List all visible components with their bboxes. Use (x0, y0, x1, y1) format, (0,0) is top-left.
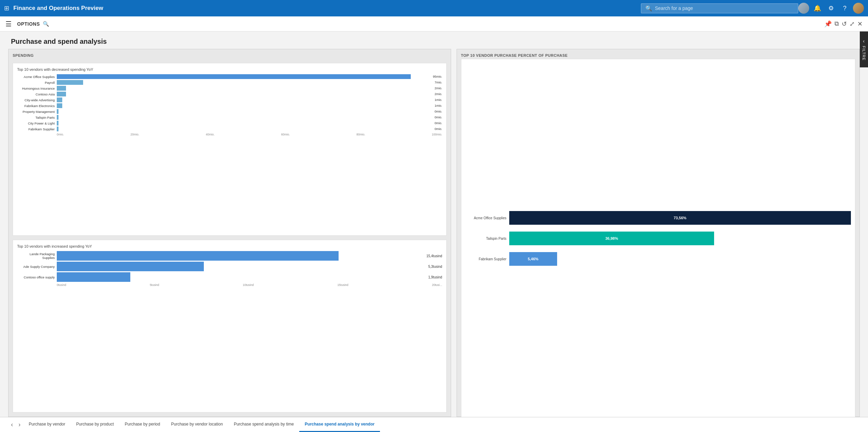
bottom-tabs: ‹ › Purchase by vendorPurchase by produc… (0, 417, 868, 432)
list-item: Fabrikam Electronics 1mio. (17, 103, 442, 108)
pin-icon[interactable]: 📌 (824, 20, 832, 28)
bar-value: 0mio. (435, 110, 442, 113)
bar-container (57, 86, 431, 91)
decreased-spending-chart: Top 10 vendors with decreased spending Y… (13, 63, 447, 236)
chart1-axis: 0mio.20mio.40mio.60mio.80mio.100mio. (17, 133, 442, 136)
bar-value: 0mio. (435, 116, 442, 119)
search-input[interactable] (655, 5, 794, 11)
tab-nav-right[interactable]: › (16, 417, 23, 432)
vendor-purchase-panel: TOP 10 VENDOR PURCHASE PERCENT OF PURCHA… (457, 49, 860, 417)
axis-label: 0tusind (57, 283, 66, 287)
expand-icon[interactable]: ⤢ (850, 20, 855, 28)
search-icon: 🔍 (645, 5, 652, 12)
list-item: Contoso Asia 2mio. (17, 92, 442, 96)
bar (57, 262, 204, 271)
bar-container (57, 251, 423, 261)
axis-label: 5tusind (150, 283, 159, 287)
close-icon[interactable]: ✕ (857, 20, 863, 28)
split-view-icon[interactable]: ⧉ (834, 20, 839, 27)
options-label: OPTIONS (17, 21, 40, 27)
bar (57, 97, 62, 102)
user-profile-icon[interactable] (853, 3, 864, 14)
bar-container (57, 97, 431, 102)
axis-label: 15tusind (337, 283, 348, 287)
bar-container (57, 103, 431, 108)
vendor-label: Acme Office Supplies (465, 216, 507, 220)
list-item: Humongous Insurance 2mio. (17, 86, 442, 91)
increased-spending-chart: Top 10 vendors with increased spending Y… (13, 240, 447, 413)
bar-label: City-wide Advertising (17, 98, 55, 102)
spending-panel: SPENDING Top 10 vendors with decreased s… (8, 49, 451, 417)
bar-label: Acme Office Supplies (17, 75, 55, 79)
bar-label: Contoso office supply (17, 275, 55, 279)
bar-value: 7mio. (435, 81, 442, 84)
tab-nav-left[interactable]: ‹ (8, 417, 16, 432)
axis-label: 0mio. (57, 133, 64, 136)
axis-label: 40mio. (206, 133, 215, 136)
chart2-title: Top 10 vendors with increased spending Y… (17, 244, 442, 248)
bar-value: 5,3tusind (428, 265, 442, 269)
list-item: Property Management 0mio. (17, 109, 442, 114)
chart1-bars: Acme Office Supplies 95mio. Payroll 7mio… (17, 74, 442, 131)
list-item: Fabrikam Supplier 0mio. (17, 127, 442, 131)
list-item: Contoso office supply 1,9tusind (17, 272, 442, 282)
list-item: City-wide Advertising 1mio. (17, 97, 442, 102)
chart1-title: Top 10 vendors with decreased spending Y… (17, 67, 442, 71)
bar-label: Humongous Insurance (17, 87, 55, 90)
settings-icon[interactable]: ⚙ (826, 3, 837, 14)
list-item: Payroll 7mio. (17, 80, 442, 85)
tab-purchase-by-vendor[interactable]: Purchase by vendor (23, 417, 71, 432)
bar-value: 15,4tusind (426, 254, 442, 258)
bar (57, 86, 66, 91)
bar-label: Fabrikam Supplier (17, 127, 55, 131)
main-content: Purchase and spend analysis SPENDING Top… (0, 31, 868, 417)
list-item: Acme Office Supplies 95mio. (17, 74, 442, 79)
bar-label: Lande Packaging Supplies (17, 252, 55, 260)
user-avatar-blurred[interactable] (798, 3, 809, 14)
tab-purchase-by-product[interactable]: Purchase by product (71, 417, 119, 432)
bar-container (57, 92, 431, 96)
bar (57, 103, 62, 108)
tab-purchase-spend-analysis-by-time[interactable]: Purchase spend analysis by time (228, 417, 299, 432)
bar-label: Property Management (17, 110, 55, 114)
bar-label: City Power & Light (17, 121, 55, 125)
bar-container (57, 80, 431, 85)
vendor-bar-container: 5,46% (509, 252, 851, 266)
vendor-bar-container: 73,56% (509, 211, 851, 225)
axis-label: 10tusind (243, 283, 254, 287)
bar (57, 74, 411, 79)
bar-label: Ade Supply Company (17, 265, 55, 269)
list-item: Lande Packaging Supplies 15,4tusind (17, 251, 442, 261)
filter-chevron-icon: ‹ (863, 38, 865, 44)
notifications-icon[interactable]: 🔔 (812, 3, 823, 14)
secondary-toolbar: ☰ OPTIONS 🔍 📌 ⧉ ↺ ⤢ ✕ (0, 16, 868, 31)
hamburger-menu-icon[interactable]: ☰ (5, 20, 12, 28)
bar-container (57, 272, 425, 282)
toolbar-search-icon[interactable]: 🔍 (43, 21, 49, 27)
bar-value: 95mio. (433, 75, 442, 78)
axis-label: 100mio. (432, 133, 442, 136)
bar-container (57, 109, 431, 114)
grid-icon[interactable]: ⊞ (4, 4, 9, 12)
nav-icons: 🔔 ⚙ ? (798, 3, 864, 14)
bar-value: 2mio. (435, 92, 442, 96)
list-item: Ade Supply Company 5,3tusind (17, 262, 442, 271)
refresh-icon[interactable]: ↺ (842, 20, 847, 28)
chart2-axis: 0tusind5tusind10tusind15tusind20tusi... (17, 283, 442, 287)
bar-container (57, 262, 425, 271)
bar-value: 0mio. (435, 127, 442, 131)
vendor-bar: 36,98% (509, 232, 714, 245)
tab-purchase-by-period[interactable]: Purchase by period (119, 417, 166, 432)
vendor-label: Tailspin Parts (465, 237, 507, 240)
search-bar[interactable]: 🔍 (641, 3, 798, 13)
help-icon[interactable]: ? (839, 3, 850, 14)
bar-value: 0mio. (435, 121, 442, 125)
tab-purchase-spend-analysis-by-vendor[interactable]: Purchase spend analysis by vendor (299, 417, 380, 432)
bar-label: Contoso Asia (17, 92, 55, 96)
toolbar-right-actions: 📌 ⧉ ↺ ⤢ ✕ (824, 20, 863, 28)
axis-label: 60mio. (281, 133, 290, 136)
tab-purchase-by-vendor-location[interactable]: Purchase by vendor location (166, 417, 228, 432)
bar (57, 272, 130, 282)
charts-area: SPENDING Top 10 vendors with decreased s… (0, 49, 868, 417)
filter-sidebar[interactable]: ‹ FILTRE (860, 31, 868, 67)
